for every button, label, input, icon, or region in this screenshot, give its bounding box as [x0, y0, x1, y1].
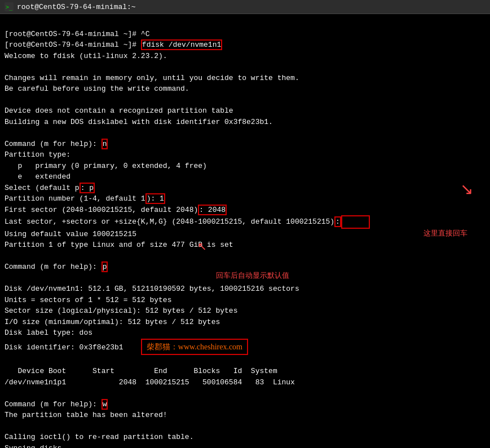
annotation-auto-default: ↖ 回车后自动显示默认值	[209, 248, 289, 292]
svg-text:>_: >_	[6, 4, 13, 11]
line-15-prefix: Select (default p	[5, 184, 80, 192]
line-33	[5, 388, 485, 399]
line-7	[5, 95, 485, 106]
line-6: Be careful before using the write comman…	[5, 83, 485, 95]
line-18: Last sector, +sectors or +size{K,M,G} (2…	[5, 215, 485, 229]
arrow-up-left: ↖	[197, 238, 207, 255]
line-11: Command (m for help): n	[5, 139, 485, 150]
line-18-highlight: :	[334, 216, 341, 227]
line-35: The partition table has been altered!	[5, 410, 485, 421]
line-28: Disk label type: dos	[5, 327, 485, 339]
line-2-highlight: fdisk /dev/nvme1n1	[141, 39, 222, 50]
line-37: Calling ioctl() to re-read partition tab…	[5, 432, 485, 443]
line-5: Changes will remain in memory only, unti…	[5, 73, 485, 84]
line-1-text: [root@CentOS-79-64-minimal ~]# ^C	[5, 30, 149, 38]
line-34-prefix: Command (m for help):	[5, 400, 101, 409]
line-25: Units = sectors of 1 * 512 = 512 bytes	[5, 295, 485, 306]
line-31: Device Boot Start End Blocks Id System	[5, 366, 485, 377]
title-bar: >_ root@CentOS-79-64-minimal:~	[0, 0, 490, 14]
line-27: I/O size (minimum/optimal): 512 bytes / …	[5, 317, 485, 328]
line-22-prefix: Command (m for help):	[5, 263, 101, 271]
line-17-highlight: : 2048	[198, 205, 227, 215]
terminal-window[interactable]: [root@CentOS-79-64-minimal ~]# ^C [root@…	[0, 14, 490, 448]
line-11-prefix: Command (m for help):	[5, 140, 101, 148]
line-17-prefix: First sector (2048-1000215215, default 2…	[5, 206, 198, 214]
line-2-prefix: [root@CentOS-79-64-minimal ~]#	[5, 41, 141, 49]
line-15: Select (default p: p	[5, 183, 485, 194]
line-16: Partition number (1-4, default 1): 1	[5, 193, 485, 205]
line-8: Device does not contain a recognized par…	[5, 105, 485, 117]
line-10	[5, 127, 485, 139]
arrow-down-right: ↘	[460, 178, 473, 201]
line-34: Command (m for help): w	[5, 399, 485, 410]
line-16-highlight: ): 1	[145, 193, 165, 204]
line-18-input	[341, 215, 370, 229]
line-34-highlight: w	[101, 399, 108, 410]
line-2: [root@CentOS-79-64-minimal ~]# fdisk /de…	[5, 39, 485, 51]
line-32: /dev/nvme1n1p1 2048 1000215215 500106584…	[5, 377, 485, 388]
title-bar-text: root@CentOS-79-64-minimal:~	[17, 3, 136, 11]
line-30	[5, 355, 485, 366]
annotation-direct-enter: ↘ 这里直接回车	[423, 194, 473, 260]
line-19: Using default value 1000215215	[5, 229, 485, 240]
line-38: Syncing disks.	[5, 443, 485, 449]
line-4	[5, 61, 485, 73]
line-11-highlight: n	[101, 139, 108, 149]
line-16-prefix: Partition number (1-4, default 1	[5, 194, 145, 203]
terminal-icon: >_	[5, 2, 14, 11]
line-29: Disk identifier: 0x3f8e23b1 柴郡猫：www.ches…	[5, 339, 485, 355]
line-3: Welcome to fdisk (util-linux 2.23.2).	[5, 51, 485, 62]
annotation-text-1: 这里直接回车	[423, 228, 467, 239]
line-18-prefix: Last sector, +sectors or +size{K,M,G} (2…	[5, 218, 334, 226]
line-12: Partition type:	[5, 149, 485, 161]
line-13: p primary (0 primary, 0 extended, 4 free…	[5, 161, 485, 172]
line-26: Sector size (logical/physical): 512 byte…	[5, 305, 485, 317]
line-1: [root@CentOS-79-64-minimal ~]# ^C	[5, 29, 485, 40]
line-22-highlight: p	[101, 261, 108, 272]
line-15-highlight: : p	[80, 183, 95, 193]
line-17: First sector (2048-1000215215, default 2…	[5, 205, 485, 216]
line-9: Building a new DOS disklabel with disk i…	[5, 117, 485, 128]
annotation-text-2: 回车后自动显示默认值	[216, 271, 289, 280]
watermark-box: 柴郡猫：www.cheshirex.com	[141, 339, 248, 355]
line-14: e extended	[5, 171, 485, 183]
line-36	[5, 421, 485, 432]
